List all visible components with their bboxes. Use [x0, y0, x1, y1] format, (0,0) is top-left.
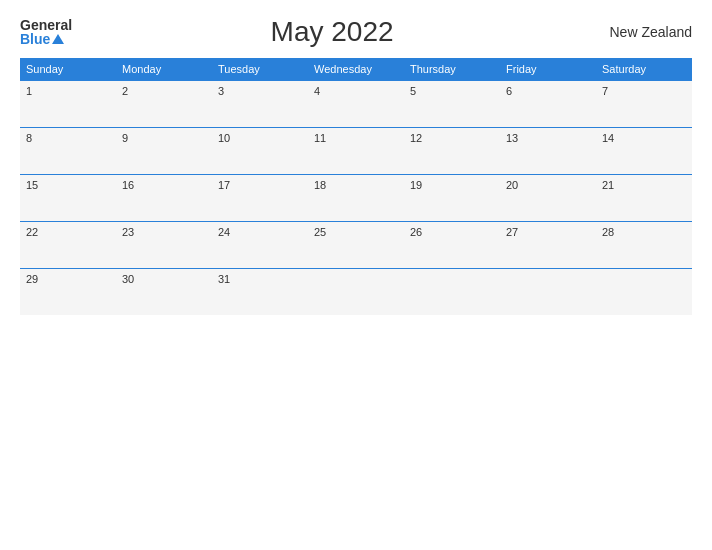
day-number: 4	[314, 85, 320, 97]
header-saturday: Saturday	[596, 58, 692, 81]
day-number: 1	[26, 85, 32, 97]
calendar-cell: 20	[500, 175, 596, 222]
day-number: 25	[314, 226, 326, 238]
calendar-cell: 11	[308, 128, 404, 175]
day-number: 27	[506, 226, 518, 238]
calendar-cell: 21	[596, 175, 692, 222]
calendar-cell: 19	[404, 175, 500, 222]
day-number: 2	[122, 85, 128, 97]
logo-triangle-icon	[52, 34, 64, 44]
day-number: 29	[26, 273, 38, 285]
calendar-cell: 31	[212, 269, 308, 316]
day-number: 23	[122, 226, 134, 238]
calendar-body: 1234567891011121314151617181920212223242…	[20, 81, 692, 316]
header-sunday: Sunday	[20, 58, 116, 81]
calendar-cell: 15	[20, 175, 116, 222]
calendar-week-1: 1234567	[20, 81, 692, 128]
day-number: 17	[218, 179, 230, 191]
calendar-header-row: Sunday Monday Tuesday Wednesday Thursday…	[20, 58, 692, 81]
calendar-week-2: 891011121314	[20, 128, 692, 175]
calendar-cell: 6	[500, 81, 596, 128]
calendar-cell: 8	[20, 128, 116, 175]
day-number: 21	[602, 179, 614, 191]
header-thursday: Thursday	[404, 58, 500, 81]
calendar-cell: 9	[116, 128, 212, 175]
calendar-week-5: 293031	[20, 269, 692, 316]
day-number: 22	[26, 226, 38, 238]
header-wednesday: Wednesday	[308, 58, 404, 81]
header-tuesday: Tuesday	[212, 58, 308, 81]
calendar-cell: 23	[116, 222, 212, 269]
day-number: 6	[506, 85, 512, 97]
calendar-cell: 18	[308, 175, 404, 222]
logo: General Blue	[20, 18, 72, 46]
calendar-cell: 26	[404, 222, 500, 269]
day-headers: Sunday Monday Tuesday Wednesday Thursday…	[20, 58, 692, 81]
calendar-cell: 16	[116, 175, 212, 222]
calendar-cell: 4	[308, 81, 404, 128]
calendar-week-3: 15161718192021	[20, 175, 692, 222]
calendar-week-4: 22232425262728	[20, 222, 692, 269]
calendar-cell: 28	[596, 222, 692, 269]
day-number: 13	[506, 132, 518, 144]
day-number: 3	[218, 85, 224, 97]
month-title: May 2022	[72, 16, 592, 48]
calendar-cell: 10	[212, 128, 308, 175]
day-number: 7	[602, 85, 608, 97]
calendar-cell: 13	[500, 128, 596, 175]
calendar-cell	[308, 269, 404, 316]
header-friday: Friday	[500, 58, 596, 81]
calendar-cell: 3	[212, 81, 308, 128]
day-number: 18	[314, 179, 326, 191]
calendar-page: General Blue May 2022 New Zealand Sunday…	[0, 0, 712, 550]
day-number: 14	[602, 132, 614, 144]
header-monday: Monday	[116, 58, 212, 81]
day-number: 9	[122, 132, 128, 144]
day-number: 26	[410, 226, 422, 238]
day-number: 19	[410, 179, 422, 191]
day-number: 10	[218, 132, 230, 144]
day-number: 24	[218, 226, 230, 238]
day-number: 16	[122, 179, 134, 191]
calendar-cell	[596, 269, 692, 316]
calendar-table: Sunday Monday Tuesday Wednesday Thursday…	[20, 58, 692, 315]
day-number: 5	[410, 85, 416, 97]
day-number: 15	[26, 179, 38, 191]
calendar-cell: 29	[20, 269, 116, 316]
calendar-header: General Blue May 2022 New Zealand	[20, 16, 692, 48]
day-number: 12	[410, 132, 422, 144]
calendar-cell: 12	[404, 128, 500, 175]
calendar-cell: 14	[596, 128, 692, 175]
logo-blue-text: Blue	[20, 32, 50, 46]
calendar-cell: 2	[116, 81, 212, 128]
calendar-cell: 25	[308, 222, 404, 269]
calendar-cell: 30	[116, 269, 212, 316]
country-label: New Zealand	[592, 24, 692, 40]
calendar-cell: 24	[212, 222, 308, 269]
day-number: 30	[122, 273, 134, 285]
calendar-cell: 7	[596, 81, 692, 128]
day-number: 8	[26, 132, 32, 144]
calendar-cell: 22	[20, 222, 116, 269]
calendar-cell: 17	[212, 175, 308, 222]
calendar-cell: 5	[404, 81, 500, 128]
day-number: 31	[218, 273, 230, 285]
calendar-cell	[500, 269, 596, 316]
logo-general-text: General	[20, 18, 72, 32]
day-number: 20	[506, 179, 518, 191]
calendar-cell	[404, 269, 500, 316]
calendar-cell: 1	[20, 81, 116, 128]
day-number: 11	[314, 132, 326, 144]
day-number: 28	[602, 226, 614, 238]
calendar-cell: 27	[500, 222, 596, 269]
